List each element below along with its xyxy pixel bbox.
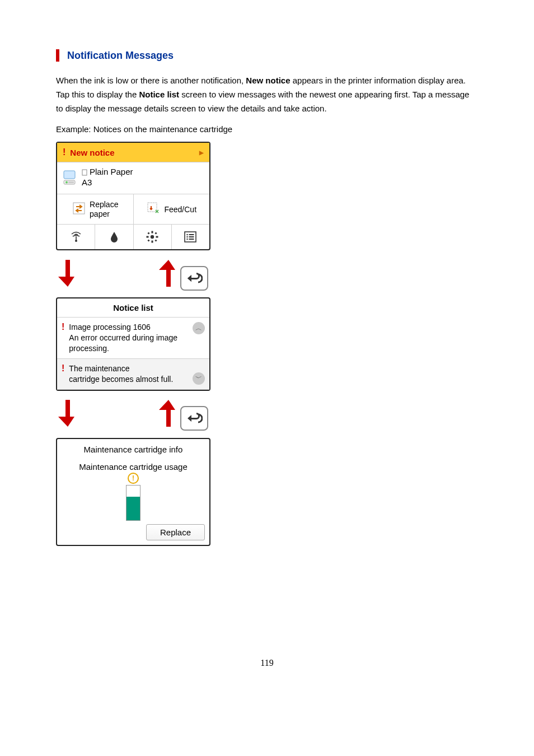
arrow-up-icon (159, 258, 178, 291)
gear-icon (146, 231, 158, 243)
svg-point-22 (187, 239, 188, 240)
usage-gauge (126, 485, 140, 521)
ink-drop-icon (110, 231, 119, 242)
intro-paragraph: When the ink is low or there is another … (56, 74, 478, 115)
svg-rect-0 (64, 171, 75, 179)
ink-button[interactable] (95, 225, 133, 249)
svg-rect-19 (189, 234, 194, 235)
svg-point-7 (75, 240, 77, 242)
warning-icon-row: ! (57, 473, 209, 484)
notice-list-title: Notice list (57, 298, 209, 318)
svg-rect-14 (155, 232, 157, 235)
job-list-icon (184, 231, 196, 242)
cartridge-info-panel: Maintenance cartridge info Maintenance c… (56, 438, 210, 546)
svg-rect-5 (73, 203, 85, 214)
notice-item-2-line1: The maintenance (69, 363, 190, 374)
svg-point-18 (187, 234, 188, 235)
flow-arrows-2 (56, 391, 210, 438)
alert-icon: ! (62, 363, 64, 385)
replace-paper-line1: Replace (90, 200, 118, 209)
cartridge-info-title: Maintenance cartridge info (57, 439, 209, 462)
back-arrow-icon (186, 412, 203, 425)
alert-icon: ! (63, 147, 65, 157)
heading-accent-bar (56, 49, 59, 62)
replace-paper-icon (72, 201, 86, 217)
feed-cut-label: Feed/Cut (164, 205, 196, 214)
back-button[interactable] (180, 406, 208, 431)
svg-point-8 (151, 235, 154, 239)
notice-item-2-line2: cartridge becomes almost full. (69, 374, 190, 385)
svg-point-2 (65, 181, 68, 184)
bold-new-notice: New notice (246, 76, 290, 85)
next-arrow-icon: ▶ (199, 150, 204, 156)
wireless-icon (69, 231, 83, 243)
scroll-up-icon: ︿ (193, 322, 205, 334)
arrow-up-icon (159, 398, 178, 431)
arrow-down-icon (58, 258, 77, 291)
paper-info-row[interactable]: Plain Paper A3 (57, 162, 209, 194)
feed-cut-button[interactable]: Feed/Cut (133, 194, 210, 225)
svg-point-20 (187, 236, 188, 237)
page-number: 119 (56, 658, 478, 668)
new-notice-label: New notice (70, 148, 114, 157)
cartridge-usage-label: Maintenance cartridge usage (57, 462, 209, 472)
para-text: When the ink is low or there is another … (56, 76, 246, 85)
roll-paper-icon (63, 169, 78, 186)
svg-rect-12 (156, 236, 158, 238)
home-screen-panel: ! New notice ▶ Plain Paper (56, 142, 210, 250)
svg-rect-10 (152, 241, 153, 243)
notice-list-panel: Notice list ! Image processing 1606 An e… (56, 297, 210, 390)
replace-paper-line2: paper (90, 209, 110, 218)
arrow-down-icon (58, 398, 77, 431)
bold-notice-list: Notice list (139, 90, 179, 99)
notice-item-1-line1: Image processing 1606 (69, 322, 190, 333)
feed-cut-icon (146, 201, 161, 217)
paper-type-label: Plain Paper (90, 167, 133, 178)
new-notice-banner[interactable]: ! New notice ▶ (57, 143, 209, 162)
usage-gauge-fill (127, 497, 140, 520)
paper-loaded-icon (82, 169, 87, 176)
svg-rect-15 (148, 240, 150, 242)
svg-rect-3 (68, 181, 74, 183)
back-arrow-icon (186, 272, 203, 285)
settings-button[interactable] (133, 225, 171, 249)
wireless-button[interactable] (57, 225, 95, 249)
svg-rect-11 (147, 236, 149, 238)
replace-paper-button[interactable]: Replace paper (57, 194, 133, 225)
svg-rect-13 (148, 232, 150, 235)
svg-rect-21 (189, 236, 194, 237)
warning-icon: ! (128, 473, 139, 484)
svg-rect-23 (189, 239, 194, 240)
svg-rect-4 (82, 170, 87, 175)
replace-cartridge-button[interactable]: Replace (146, 524, 205, 540)
paper-size-label: A3 (82, 178, 133, 188)
alert-icon: ! (62, 322, 64, 354)
svg-rect-9 (152, 231, 153, 234)
flow-arrows-1 (56, 250, 210, 297)
notice-item-2[interactable]: ! The maintenance cartridge becomes almo… (57, 359, 209, 390)
example-line: Example: Notices on the maintenance cart… (56, 124, 478, 134)
back-button[interactable] (180, 266, 208, 291)
scroll-down-icon: ﹀ (193, 372, 205, 385)
jobs-button[interactable] (171, 225, 209, 249)
svg-rect-16 (155, 240, 157, 242)
notice-item-1-line2: An error occurred during image processin… (69, 333, 190, 354)
notice-item-1[interactable]: ! Image processing 1606 An error occurre… (57, 318, 209, 359)
section-heading: Notification Messages (67, 50, 174, 62)
usage-gauge-wrap (57, 485, 209, 521)
